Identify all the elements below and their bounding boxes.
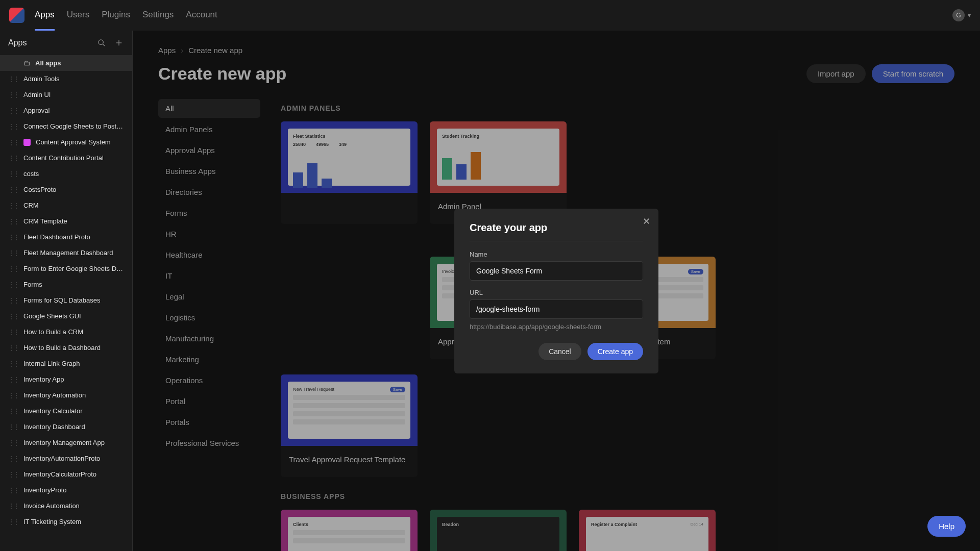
search-icon[interactable]	[96, 38, 107, 48]
topnav-plugins[interactable]: Plugins	[102, 1, 130, 31]
drag-icon: ⋮⋮	[8, 344, 18, 352]
create-app-button[interactable]: Create app	[587, 343, 643, 360]
sidebar-item[interactable]: ⋮⋮Google Sheets GUI	[0, 308, 132, 324]
sidebar-item-label: Google Sheets GUI	[23, 312, 81, 320]
chevron-down-icon[interactable]: ▾	[968, 12, 971, 19]
drag-icon: ⋮⋮	[8, 281, 18, 288]
sidebar-item[interactable]: ⋮⋮InventoryProto	[0, 482, 132, 498]
sidebar-item-label: Inventory Management App	[23, 439, 105, 446]
sidebar-item[interactable]: ⋮⋮Inventory Automation	[0, 387, 132, 403]
url-helper-text: https://budibase.app/app/google-sheets-f…	[470, 323, 643, 331]
topnav-account[interactable]: Account	[186, 1, 217, 31]
sidebar-item-label: How to Build a CRM	[23, 328, 83, 336]
sidebar-item[interactable]: ⋮⋮Fleet Management Dashboard	[0, 245, 132, 261]
sidebar-item[interactable]: ⋮⋮Content Contribution Portal	[0, 150, 132, 166]
sidebar-item-label: Inventory App	[23, 375, 64, 383]
sidebar-item[interactable]: ⋮⋮Inventory App	[0, 371, 132, 387]
drag-icon: ⋮⋮	[8, 76, 18, 83]
sidebar-item-label: Connect Google Sheets to Post…	[23, 122, 123, 130]
sidebar-item[interactable]: ⋮⋮Inventory Dashboard	[0, 419, 132, 435]
topnav-apps[interactable]: Apps	[35, 1, 55, 31]
sidebar-item[interactable]: ⋮⋮How to Build a Dashboard	[0, 340, 132, 356]
sidebar-item[interactable]: ⋮⋮costs	[0, 166, 132, 182]
sidebar-item[interactable]: ⋮⋮Inventory Management App	[0, 435, 132, 450]
sidebar-item[interactable]: ⋮⋮IT Ticketing System	[0, 514, 132, 530]
sidebar-item-label: Inventory Automation	[23, 391, 86, 399]
sidebar-item-label: Fleet Management Dashboard	[23, 249, 113, 257]
drag-icon: ⋮⋮	[8, 471, 18, 478]
drag-icon: ⋮⋮	[8, 107, 18, 114]
drag-icon: ⋮⋮	[8, 155, 18, 162]
sidebar-item[interactable]: ⋮⋮Internal Link Graph	[0, 356, 132, 371]
avatar[interactable]: G	[952, 9, 965, 21]
sidebar-item[interactable]: ⋮⋮CRM	[0, 197, 132, 213]
sidebar-item[interactable]: ⋮⋮Approval	[0, 103, 132, 118]
sidebar: Apps ⋮⋮🗀All apps⋮⋮Admin Tools⋮⋮Admin UI⋮…	[0, 31, 133, 551]
sidebar-item-label: InventoryCalculatorProto	[23, 470, 96, 478]
sidebar-item[interactable]: ⋮⋮CostsProto	[0, 182, 132, 197]
drag-icon: ⋮⋮	[8, 487, 18, 494]
help-fab[interactable]: Help	[927, 516, 966, 537]
sidebar-item-label: Approval	[23, 107, 50, 114]
sidebar-item[interactable]: ⋮⋮Invoice Automation	[0, 498, 132, 514]
sidebar-item[interactable]: ⋮⋮InventoryAutomationProto	[0, 450, 132, 466]
cancel-button[interactable]: Cancel	[538, 343, 581, 360]
modal-overlay: ✕ Create your app Name URL https://budib…	[133, 31, 980, 551]
topnav-settings[interactable]: Settings	[142, 1, 174, 31]
svg-line-1	[103, 44, 105, 46]
sidebar-item[interactable]: ⋮⋮Fleet Dashboard Proto	[0, 229, 132, 245]
add-app-icon[interactable]	[114, 38, 124, 48]
sidebar-item[interactable]: ⋮⋮CRM Template	[0, 213, 132, 229]
app-url-input[interactable]	[470, 299, 643, 319]
sidebar-item-label: Admin Tools	[23, 75, 60, 83]
svg-point-0	[99, 40, 103, 44]
app-name-input[interactable]	[470, 261, 643, 281]
drag-icon: ⋮⋮	[8, 139, 18, 146]
sidebar-item[interactable]: ⋮⋮🗀All apps	[0, 55, 132, 71]
drag-icon: ⋮⋮	[8, 329, 18, 336]
sidebar-item-label: InventoryProto	[23, 486, 67, 494]
sidebar-item[interactable]: ⋮⋮Form to Enter Google Sheets D…	[0, 261, 132, 277]
sidebar-item-label: CRM	[23, 202, 39, 209]
sidebar-item-label: Form to Enter Google Sheets D…	[23, 265, 123, 272]
sidebar-item[interactable]: ⋮⋮Connect Google Sheets to Post…	[0, 118, 132, 134]
drag-icon: ⋮⋮	[8, 249, 18, 257]
drag-icon: ⋮⋮	[8, 455, 18, 462]
logo[interactable]	[9, 8, 24, 23]
drag-icon: ⋮⋮	[8, 518, 18, 525]
topbar: Apps Users Plugins Settings Account G ▾	[0, 0, 980, 31]
topnav: Apps Users Plugins Settings Account	[35, 1, 217, 31]
drag-icon: ⋮⋮	[8, 234, 18, 241]
drag-icon: ⋮⋮	[8, 297, 18, 304]
modal-title: Create your app	[470, 222, 643, 234]
sidebar-item-label: Invoice Automation	[23, 502, 80, 510]
sidebar-item-label: CostsProto	[23, 186, 56, 193]
sidebar-item[interactable]: ⋮⋮Forms for SQL Databases	[0, 292, 132, 308]
drag-icon: ⋮⋮	[8, 439, 18, 446]
sidebar-item[interactable]: ⋮⋮InventoryCalculatorProto	[0, 466, 132, 482]
sidebar-item[interactable]: ⋮⋮Admin Tools	[0, 71, 132, 87]
sidebar-item[interactable]: ⋮⋮Admin UI	[0, 87, 132, 103]
sidebar-item-label: Admin UI	[23, 91, 51, 98]
sidebar-item[interactable]: ⋮⋮Content Approval System	[0, 134, 132, 150]
drag-icon: ⋮⋮	[8, 265, 18, 272]
sidebar-item[interactable]: ⋮⋮Forms	[0, 277, 132, 292]
main: Apps › Create new app Create new app Imp…	[133, 31, 980, 551]
drag-icon: ⋮⋮	[8, 376, 18, 383]
sidebar-item-label: InventoryAutomationProto	[23, 455, 100, 462]
drag-icon: ⋮⋮	[8, 186, 18, 193]
app-icon	[23, 139, 31, 146]
drag-icon: ⋮⋮	[8, 392, 18, 399]
sidebar-item[interactable]: ⋮⋮How to Build a CRM	[0, 324, 132, 340]
sidebar-header: Apps	[0, 31, 132, 55]
create-app-modal: ✕ Create your app Name URL https://budib…	[454, 209, 658, 373]
drag-icon: ⋮⋮	[8, 423, 18, 431]
close-icon[interactable]: ✕	[643, 216, 650, 227]
drag-icon: ⋮⋮	[8, 91, 18, 98]
sidebar-item[interactable]: ⋮⋮Inventory Calculator	[0, 403, 132, 419]
sidebar-title: Apps	[8, 38, 89, 47]
sidebar-item-label: All apps	[35, 59, 61, 67]
topnav-users[interactable]: Users	[67, 1, 89, 31]
name-label: Name	[470, 251, 643, 258]
sidebar-item-label: costs	[23, 170, 39, 178]
